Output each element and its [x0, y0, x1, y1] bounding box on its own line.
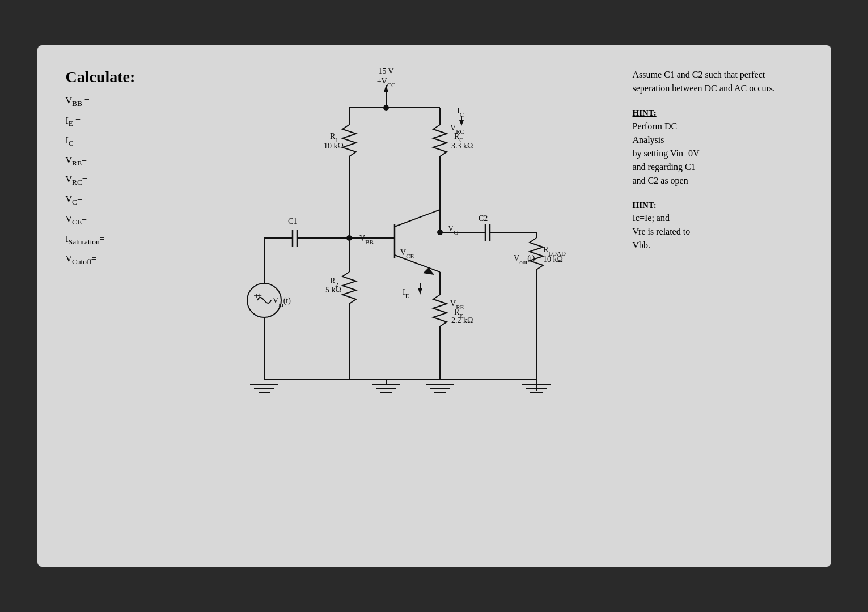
- list-item: VCutoff=: [66, 250, 190, 270]
- rload-value: 10 kΩ: [543, 255, 563, 264]
- list-item: VRE=: [66, 151, 190, 171]
- hint2-line3: Vbb.: [633, 239, 803, 252]
- hint2-block: HINT: Ic=Ie; and Vre is related to Vbb.: [633, 199, 803, 253]
- re-value: 2.2 kΩ: [451, 316, 473, 325]
- ic-label: IC: [457, 107, 464, 118]
- c1-label: C1: [288, 217, 297, 226]
- r2-value: 5 kΩ: [325, 286, 341, 294]
- slide-container: Calculate: VBB = IE = IC= VRE= VRC=: [37, 45, 831, 567]
- vin-label: Vin(t): [273, 296, 291, 308]
- hint2-line1: Ic=Ie; and: [633, 211, 803, 225]
- rc-resistor: [433, 125, 447, 156]
- circuit-panel: .wire { stroke: #111; stroke-width: 2; f…: [202, 68, 621, 544]
- r1-value: 10 kΩ: [324, 142, 344, 150]
- var-name: VCutoff=: [66, 250, 97, 270]
- list-item: VCE=: [66, 210, 190, 230]
- re-resistor: [433, 295, 447, 326]
- assume-content: Assume C1 and C2 such that perfect seper…: [633, 70, 775, 93]
- right-panel: Assume C1 and C2 such that perfect seper…: [633, 68, 803, 544]
- hint1-line5: and C2 as open: [633, 174, 803, 188]
- hint1-label: HINT:: [633, 107, 803, 120]
- transistor-emitter: [395, 255, 440, 272]
- vbb-label: VBB: [359, 234, 374, 245]
- list-item: IC=: [66, 131, 190, 151]
- ic-arrow: [459, 120, 464, 126]
- list-item: ISaturation=: [66, 230, 190, 250]
- var-name: VBB =: [66, 92, 90, 112]
- circuit-diagram: .wire { stroke: #111; stroke-width: 2; f…: [219, 57, 570, 482]
- hint1-line1: Perform DC: [633, 120, 803, 133]
- var-name: IC=: [66, 131, 79, 151]
- circuit-container: .wire { stroke: #111; stroke-width: 2; f…: [202, 68, 621, 544]
- var-name: IE =: [66, 112, 81, 131]
- r2-resistor: [342, 272, 356, 304]
- assume-text: Assume C1 and C2 such that perfect seper…: [633, 68, 803, 95]
- ie-label: IE: [403, 288, 409, 299]
- hint1-line4: and regarding C1: [633, 160, 803, 174]
- emitter-arrow: [423, 267, 434, 275]
- hint1-line3: by setting Vin=0V: [633, 147, 803, 160]
- vc-label: VC: [448, 224, 458, 236]
- var-name: VRC=: [66, 171, 87, 190]
- hint2-line2: Vre is related to: [633, 225, 803, 239]
- vcc-voltage-label: 15 V: [378, 67, 393, 75]
- hint1-block: HINT: Perform DC Analysis by setting Vin…: [633, 107, 803, 188]
- vout-label: Vout(t): [514, 254, 535, 265]
- list-item: VRC=: [66, 171, 190, 190]
- rc-value: 3.3 kΩ: [451, 142, 473, 150]
- list-item: VC=: [66, 190, 190, 210]
- left-panel: Calculate: VBB = IE = IC= VRE= VRC=: [66, 68, 190, 544]
- list-item: VBB =: [66, 92, 190, 112]
- r1-resistor: [342, 125, 356, 156]
- list-item: IE =: [66, 112, 190, 131]
- c2-label: C2: [479, 214, 488, 223]
- var-name: VRE=: [66, 151, 87, 171]
- var-name: VC=: [66, 190, 82, 210]
- var-name: ISaturation=: [66, 230, 105, 250]
- variable-list: VBB = IE = IC= VRE= VRC= VC=: [66, 92, 190, 270]
- hint1-line2: Analysis: [633, 133, 803, 147]
- page-title: Calculate:: [66, 68, 190, 86]
- var-name: VCE=: [66, 210, 87, 230]
- transistor-collector: [395, 210, 440, 227]
- ie-arrow-head: [418, 288, 422, 295]
- hint2-label: HINT:: [633, 199, 803, 212]
